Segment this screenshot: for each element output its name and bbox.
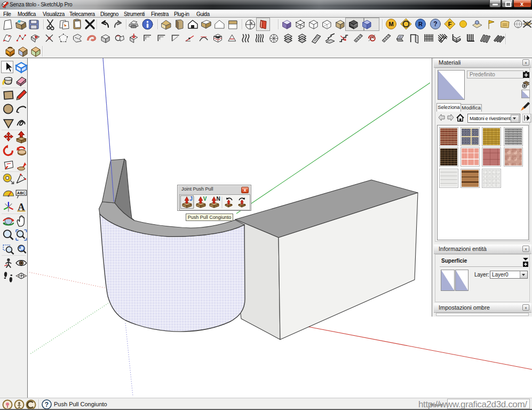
svg-text:?: ? [45,401,49,408]
svg-text:J: J [189,196,193,202]
svg-text:V: V [203,196,207,202]
svg-text:ABC: ABC [17,191,26,195]
svg-text:?: ? [433,20,437,28]
svg-text:R: R [418,21,423,27]
svg-text:N: N [216,196,220,202]
svg-text:M: M [388,21,393,27]
svg-text:F: F [448,21,452,27]
